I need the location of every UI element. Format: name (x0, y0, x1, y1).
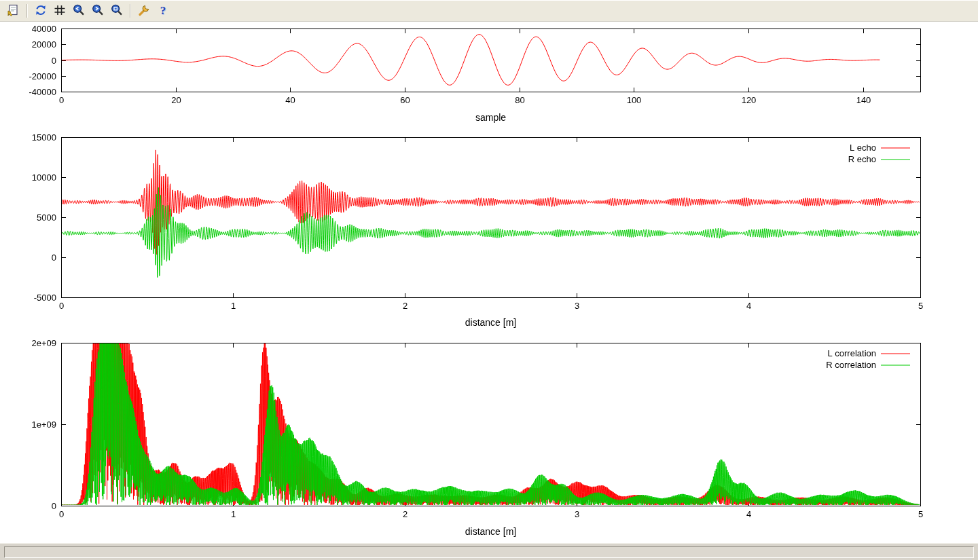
autoscale-icon (110, 3, 124, 19)
grid-icon (53, 3, 67, 19)
zoom-next-button[interactable] (89, 3, 107, 19)
replot-button[interactable] (32, 3, 50, 19)
toolbar-separator (130, 4, 131, 18)
copy-to-clipboard-button[interactable] (5, 3, 22, 19)
plot-area (0, 22, 978, 543)
correlation-plot[interactable] (0, 337, 978, 543)
zoom-previous-icon (72, 3, 86, 19)
status-bar (0, 543, 978, 560)
zoom-next-icon (91, 3, 105, 19)
wrench-icon (137, 3, 151, 19)
zoom-previous-button[interactable] (70, 3, 88, 19)
grid-toggle-button[interactable] (51, 3, 69, 19)
gnuplot-window: ? (0, 0, 978, 560)
help-icon: ? (160, 4, 166, 18)
sample-waveform-plot[interactable] (0, 22, 978, 130)
toolbar: ? (0, 0, 978, 22)
clipboard-icon (7, 3, 20, 19)
configure-button[interactable] (135, 3, 153, 19)
toolbar-separator (26, 4, 28, 18)
help-button[interactable]: ? (154, 3, 172, 19)
echo-signals-plot[interactable] (0, 130, 978, 337)
refresh-icon (34, 3, 48, 19)
autoscale-button[interactable] (108, 3, 126, 19)
status-text (4, 546, 974, 558)
